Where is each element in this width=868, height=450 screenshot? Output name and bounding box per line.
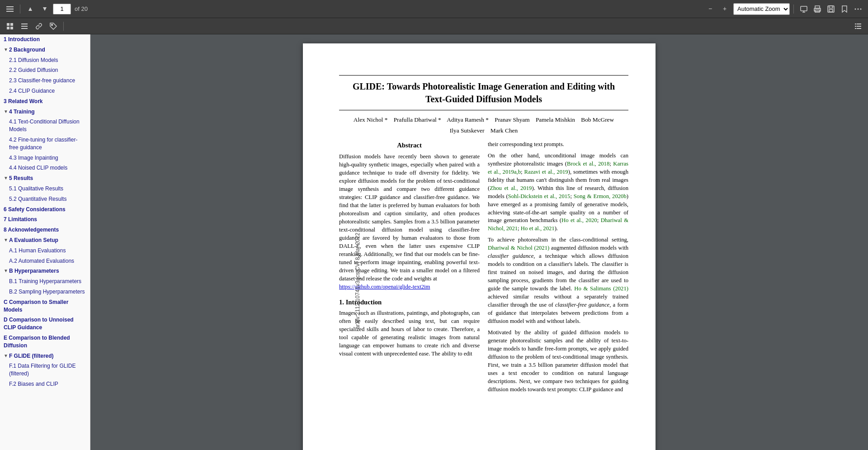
toc-item-text-conditional[interactable]: 4.1 Text-Conditional Diffusion Models: [0, 117, 90, 135]
toc-item-training[interactable]: ▼ 4 Training: [0, 107, 90, 117]
col2-para4: Motivated by the ability of guided diffu…: [488, 329, 628, 394]
toc-item-image-inpainting[interactable]: 4.3 Image Inpainting: [0, 153, 90, 163]
toc-item-noised-clip[interactable]: 4.4 Noised CLIP models: [0, 163, 90, 173]
svg-rect-20: [10, 23, 13, 26]
ho-salimans-ref[interactable]: Ho & Salimans (2021): [574, 285, 628, 292]
ho2020-ref[interactable]: Ho et al., 2020: [561, 217, 597, 223]
toc-item-qualitative[interactable]: 5.1 Qualitative Results: [0, 184, 90, 194]
svg-rect-23: [21, 24, 28, 24]
menu-button[interactable]: [4, 3, 16, 15]
toc-item-data-filtering[interactable]: F.1 Data Filtering for GLIDE (filtered): [0, 361, 90, 379]
toc-item-results[interactable]: ▼ 5 Results: [0, 173, 90, 184]
separator-1: [20, 5, 20, 14]
arxiv-stamp: arXiv:2112.10741v3 [cs.CV] 8 Mar 2022: [354, 233, 362, 329]
github-link[interactable]: https://github.com/openai/glide-text2im: [339, 284, 430, 290]
toc-item-intro[interactable]: 1 Introduction: [0, 34, 90, 45]
authors-line1: Alex Nichol * Prafulla Dhariwal * Aditya…: [339, 115, 628, 124]
toc-item-glide-filtered[interactable]: ▼ F GLIDE (filtered): [0, 351, 90, 361]
grid-view-button[interactable]: [4, 20, 16, 33]
toc-item-sampling-hp[interactable]: B.2 Sampling Hyperparameters: [0, 287, 90, 297]
zoom-out-button[interactable]: −: [704, 3, 717, 15]
toc-item-classifier-free[interactable]: 2.3 Classifier-free guidance: [0, 76, 90, 86]
link-button[interactable]: [33, 20, 45, 33]
sohl-ref[interactable]: Sohl-Dickstein et al., 2015: [508, 193, 571, 199]
right-column: their corresponding text prompts. On the…: [488, 141, 628, 398]
top-rule: [339, 75, 628, 76]
svg-rect-19: [7, 23, 9, 26]
sidebar-toc: 1 Introduction ▼ 2 Background 2.1 Diffus…: [0, 34, 90, 450]
razavi-ref[interactable]: Razavi et al., 2019: [524, 169, 568, 175]
secondary-toolbar: [0, 18, 868, 34]
toolbar-right-buttons: [797, 3, 864, 15]
col2-para3: To achieve photorealism in the class-con…: [488, 236, 628, 326]
toc-item-human-eval[interactable]: A.1 Human Evaluations: [0, 246, 90, 256]
svg-rect-25: [21, 28, 28, 29]
col2-content: their corresponding text prompts. On the…: [488, 141, 628, 394]
ho2021-ref[interactable]: Ho et al., 2021: [521, 225, 555, 232]
brock-ref[interactable]: Brock et al., 2018: [567, 161, 609, 167]
svg-marker-3: [28, 7, 32, 11]
toc-arrow-hyperparams: ▼: [4, 268, 8, 274]
toc-item-acknowledgements[interactable]: 8 Acknowledgements: [0, 225, 90, 235]
col2-para2: On the other hand, unconditional image m…: [488, 152, 628, 233]
prev-page-button[interactable]: [24, 3, 37, 15]
print-button[interactable]: [811, 3, 824, 15]
toc-item-guided-diffusion[interactable]: 2.2 Guided Diffusion: [0, 65, 90, 76]
more-button[interactable]: [852, 3, 864, 15]
toc-button[interactable]: [852, 20, 864, 33]
zhou-ref[interactable]: Zhou et al., 2019: [490, 185, 532, 191]
svg-rect-15: [829, 9, 833, 12]
svg-point-16: [855, 8, 856, 9]
dhariwal-ref[interactable]: Dhariwal & Nichol, 2021: [488, 217, 628, 232]
col2-para1: their corresponding text prompts.: [488, 141, 628, 149]
toc-item-safety[interactable]: 6 Safety Considerations: [0, 204, 90, 215]
main-layout: 1 Introduction ▼ 2 Background 2.1 Diffus…: [0, 34, 868, 450]
svg-point-18: [860, 8, 862, 9]
zoom-in-button[interactable]: +: [719, 3, 731, 15]
toc-item-biases-clip[interactable]: F.2 Biases and CLIP: [0, 379, 90, 389]
svg-rect-30: [857, 26, 861, 27]
svg-point-26: [52, 24, 53, 25]
page-number-input[interactable]: 1: [53, 4, 71, 14]
main-toolbar: 1 of 20 − + Automatic Zoom Actual Size P…: [0, 0, 868, 18]
toc-arrow-eval: ▼: [4, 237, 8, 243]
svg-point-17: [858, 8, 859, 9]
svg-marker-4: [43, 7, 47, 11]
secondary-sep: [63, 22, 64, 31]
song-ref[interactable]: Song & Ermon, 2020b: [574, 193, 627, 199]
toc-item-limitations[interactable]: 7 Limitations: [0, 214, 90, 225]
pdf-viewer-area[interactable]: arXiv:2112.10741v3 [cs.CV] 8 Mar 2022 GL…: [90, 34, 868, 450]
svg-rect-21: [7, 27, 9, 29]
tag-button[interactable]: [47, 20, 60, 33]
toc-arrow-background: ▼: [4, 47, 8, 53]
toc-item-diffusion-models[interactable]: 2.1 Diffusion Models: [0, 55, 90, 66]
toc-item-training-hp[interactable]: B.1 Training Hyperparameters: [0, 276, 90, 287]
zoom-select[interactable]: Automatic Zoom Actual Size Page Fit Page…: [733, 3, 790, 15]
toc-arrow-glide: ▼: [4, 353, 8, 359]
save-button[interactable]: [825, 3, 837, 15]
next-page-button[interactable]: [38, 3, 51, 15]
toc-item-blended-diffusion[interactable]: E Comparison to Blended Diffusion: [0, 333, 90, 351]
toc-item-clip-guidance[interactable]: 2.4 CLIP Guidance: [0, 86, 90, 96]
bookmark-button[interactable]: [838, 3, 851, 15]
svg-rect-13: [828, 6, 834, 12]
list-view-button[interactable]: [18, 20, 31, 33]
svg-rect-7: [801, 6, 807, 11]
toc-item-fine-tuning[interactable]: 4.2 Fine-tuning for classifier-free guid…: [0, 135, 90, 153]
toc-item-related-work[interactable]: 3 Related Work: [0, 96, 90, 107]
dhariwal-nichol-ref[interactable]: Dhariwal & Nichol (2021): [488, 245, 549, 251]
svg-rect-22: [10, 27, 13, 29]
toc-item-smaller-models[interactable]: C Comparison to Smaller Models: [0, 297, 90, 315]
toc-item-background[interactable]: ▼ 2 Background: [0, 45, 90, 55]
present-button[interactable]: [797, 3, 810, 15]
svg-rect-24: [21, 26, 28, 27]
page-total: of 20: [75, 5, 88, 12]
toc-item-hyperparams[interactable]: ▼ B Hyperparameters: [0, 266, 90, 276]
toc-item-unnoised-clip[interactable]: D Comparison to Unnoised CLIP Guidance: [0, 315, 90, 333]
toc-item-auto-eval[interactable]: A.2 Automated Evaluations: [0, 256, 90, 266]
svg-rect-28: [857, 24, 861, 24]
separator-2: [793, 5, 794, 14]
svg-rect-31: [855, 28, 856, 29]
toc-item-eval-setup[interactable]: ▼ A Evaluation Setup: [0, 235, 90, 246]
toc-item-quantitative[interactable]: 5.2 Quantitative Results: [0, 194, 90, 204]
